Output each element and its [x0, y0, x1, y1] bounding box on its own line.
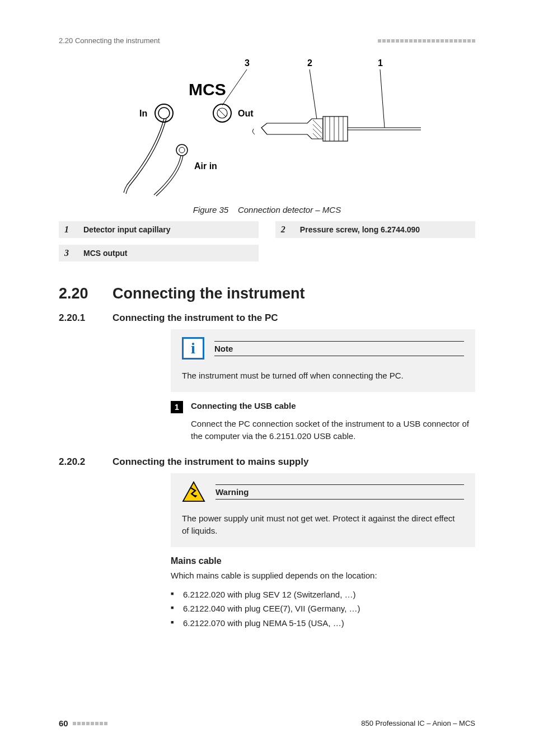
connector-drawing [252, 116, 421, 141]
info-icon: i [182, 337, 204, 360]
step-1-number: 1 [171, 401, 183, 413]
figure-caption: Figure 35 Connection detector – MCS [193, 205, 341, 214]
subsection-2-title: Connecting the instrument to mains suppl… [113, 456, 308, 468]
warning-callout: Warning The power supply unit must not g… [171, 473, 475, 547]
mains-cable-list: 6.2122.020 with plug SEV 12 (Switzerland… [171, 587, 475, 631]
legend-1-text: Detector input capillary [83, 225, 171, 234]
footer-ornament [73, 722, 107, 725]
legend-3: 3 MCS output [59, 245, 259, 262]
figure-label: Figure 35 [193, 205, 228, 214]
legend-2-text: Pressure screw, long 6.2744.090 [300, 225, 420, 234]
step-1-title: Connecting the USB cable [191, 401, 296, 413]
section-number: 2.20 [59, 285, 113, 302]
subsection-1-heading: 2.20.1 Connecting the instrument to the … [59, 312, 475, 324]
list-item: 6.2122.070 with plug NEMA 5-15 (USA, …) [171, 616, 475, 631]
figure-caption-text: Connection detector – MCS [238, 205, 341, 214]
warning-label: Warning [216, 484, 464, 500]
section-title: Connecting the instrument [113, 285, 305, 302]
air-in-label: Air in [194, 161, 217, 171]
svg-rect-14 [323, 116, 348, 141]
legend-row-2: 3 MCS output [59, 245, 475, 262]
svg-line-1 [310, 69, 317, 123]
page-number-group: 60 [59, 718, 107, 728]
svg-point-4 [158, 108, 170, 119]
mains-cable-intro: Which mains cable is supplied depends on… [171, 570, 475, 582]
out-label: Out [238, 109, 254, 118]
subsection-2-heading: 2.20.2 Connecting the instrument to main… [59, 456, 475, 468]
legend-row-1: 1 Detector input capillary 2 Pressure sc… [59, 221, 475, 238]
callout-3-num: 3 [245, 58, 250, 68]
mcs-diagram: 3 2 1 MCS In Out Air in [110, 56, 424, 202]
warning-text: The power supply unit must not get wet. … [182, 512, 464, 537]
legend-2-num: 2 [281, 225, 291, 235]
header-ornament [378, 39, 475, 43]
subsection-1-number: 2.20.1 [59, 312, 113, 324]
legend-2: 2 Pressure screw, long 6.2744.090 [275, 221, 475, 238]
mains-cable-heading: Mains cable [171, 556, 475, 566]
callout-2-num: 2 [307, 58, 312, 68]
mcs-label: MCS [189, 80, 226, 99]
svg-line-2 [380, 69, 385, 128]
figure-35: 3 2 1 MCS In Out Air in [59, 56, 475, 214]
warning-icon [182, 481, 205, 502]
footer-doc-title: 850 Professional IC – Anion – MCS [361, 719, 475, 727]
in-label: In [139, 109, 147, 118]
legend-3-num: 3 [64, 248, 74, 258]
subsection-1-title: Connecting the instrument to the PC [113, 312, 278, 324]
list-item: 6.2122.040 with plug CEE(7), VII (German… [171, 601, 475, 616]
callout-1-num: 1 [378, 58, 383, 68]
running-head: 2.20 Connecting the instrument [59, 36, 160, 45]
legend-3-text: MCS output [83, 249, 128, 258]
note-text: The instrument must be turned off when c… [182, 370, 464, 382]
svg-point-9 [179, 147, 185, 153]
legend-1: 1 Detector input capillary [59, 221, 259, 238]
svg-point-8 [176, 144, 188, 156]
note-callout: i Note The instrument must be turned off… [171, 329, 475, 392]
legend-1-num: 1 [64, 225, 74, 235]
page-header: 2.20 Connecting the instrument [59, 36, 475, 45]
page-footer: 60 850 Professional IC – Anion – MCS [59, 718, 475, 728]
svg-line-7 [219, 110, 226, 116]
page-number: 60 [59, 718, 68, 728]
note-label: Note [214, 341, 464, 356]
step-1-body: Connect the PC connection socket of the … [191, 418, 475, 442]
section-heading: 2.20 Connecting the instrument [59, 285, 475, 302]
step-1: 1 Connecting the USB cable Connect the P… [171, 401, 475, 442]
list-item: 6.2122.020 with plug SEV 12 (Switzerland… [171, 587, 475, 602]
subsection-2-number: 2.20.2 [59, 456, 113, 468]
